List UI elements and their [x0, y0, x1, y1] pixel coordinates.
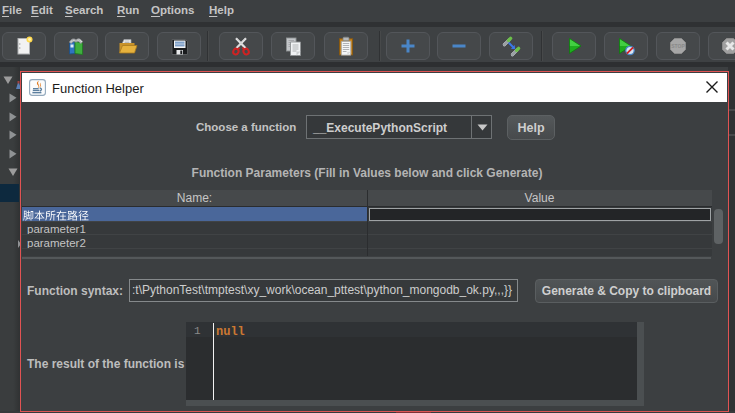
svg-text:STOP: STOP: [671, 43, 685, 49]
